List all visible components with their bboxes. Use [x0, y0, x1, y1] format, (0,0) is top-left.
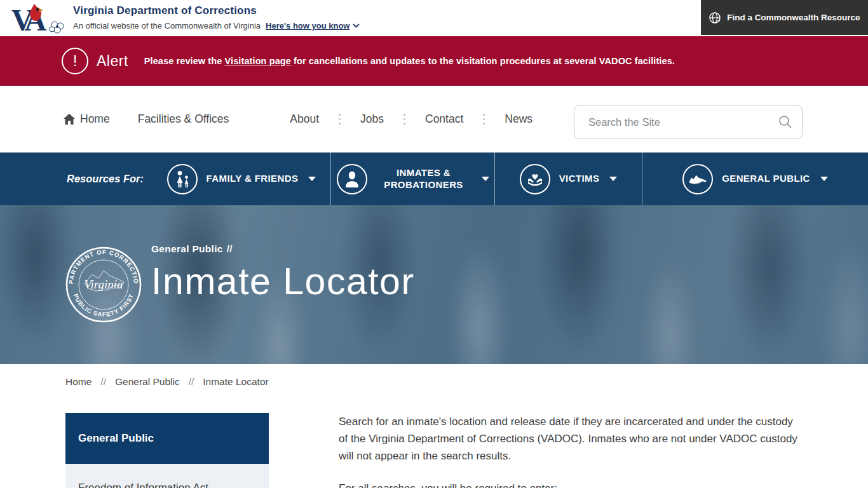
- nav-separator: [403, 114, 405, 125]
- main-content: Search for an inmate's location and rele…: [339, 413, 800, 488]
- person-icon: [337, 164, 367, 194]
- menu-label: VICTIMS: [559, 173, 600, 185]
- search-input[interactable]: [588, 116, 778, 128]
- family-icon: [167, 164, 198, 194]
- sidebar-header-general-public[interactable]: General Public: [65, 413, 269, 464]
- heres-how-you-know-link[interactable]: Here's how you know: [266, 21, 360, 30]
- breadcrumb: Home // General Public // Inmate Locator: [65, 376, 269, 388]
- sidebar-body: Freedom of Information Act: [65, 464, 269, 488]
- hero-banner: DEPARTMENT OF CORRECTIONS PUBLIC SAFETY …: [0, 205, 868, 364]
- caret-down-icon: [482, 177, 489, 181]
- menu-label: FAMILY & FRIENDS: [207, 173, 299, 185]
- resource-button-label: Find a Commonwealth Resource: [727, 13, 860, 22]
- resources-bar: Resources For: FAMILY & FRIENDS: [0, 152, 868, 205]
- caret-down-icon: [609, 177, 617, 181]
- page: VA Virginia Department of Corrections An…: [0, 0, 868, 488]
- resources-for-label: Resources For:: [67, 152, 153, 205]
- menu-general-public[interactable]: GENERAL PUBLIC: [642, 152, 868, 205]
- nav-separator: [339, 114, 341, 125]
- main-navigation: Home Facilities & Offices About Jobs Con…: [0, 86, 868, 152]
- caret-down-icon: [820, 177, 828, 181]
- nav-jobs[interactable]: Jobs: [360, 112, 384, 126]
- alert-label: Alert: [97, 53, 128, 70]
- hands-heart-icon: [520, 164, 550, 194]
- breadcrumb-home[interactable]: Home: [65, 376, 92, 388]
- menu-label: GENERAL PUBLIC: [722, 173, 810, 185]
- alert-banner: ! Alert Please review the Visitation pag…: [0, 36, 868, 86]
- vadoc-logo[interactable]: VA: [11, 2, 70, 35]
- nav-contact[interactable]: Contact: [425, 112, 463, 126]
- menu-victims[interactable]: VICTIMS: [494, 152, 642, 205]
- vadoc-seal-icon: DEPARTMENT OF CORRECTIONS PUBLIC SAFETY …: [65, 247, 142, 323]
- find-commonwealth-resource-button[interactable]: Find a Commonwealth Resource: [701, 0, 868, 35]
- svg-text:VA: VA: [11, 3, 46, 35]
- svg-text:Virginia: Virginia: [84, 278, 123, 291]
- nav-facilities-offices[interactable]: Facilities & Offices: [138, 112, 229, 126]
- top-header: VA Virginia Department of Corrections An…: [0, 0, 868, 36]
- section-sidebar: General Public Freedom of Information Ac…: [65, 413, 269, 488]
- hero-eyebrow: General Public//: [151, 243, 415, 255]
- chevron-down-icon: [353, 24, 360, 28]
- nav-news[interactable]: News: [505, 112, 532, 126]
- breadcrumb-general-public[interactable]: General Public: [115, 376, 180, 388]
- globe-icon: [709, 11, 721, 24]
- va-cardinal-logo-icon: VA: [11, 2, 70, 35]
- search-icon[interactable]: [778, 114, 793, 130]
- breadcrumb-current: Inmate Locator: [203, 376, 268, 388]
- alert-message: Please review the Visitation page for ca…: [144, 56, 675, 66]
- search-requirements-lead: For all searches, you will be required t…: [339, 480, 800, 488]
- site-search: [574, 105, 803, 139]
- menu-inmates-probationers[interactable]: INMATES & PROBATIONERS: [330, 152, 494, 205]
- site-title: Virginia Department of Corrections: [73, 4, 360, 17]
- nav-home[interactable]: Home: [64, 112, 110, 126]
- home-icon: [64, 114, 75, 125]
- caret-down-icon: [308, 177, 316, 181]
- nav-separator: [483, 114, 485, 125]
- nav-about[interactable]: About: [290, 112, 319, 126]
- sidebar-item-foia[interactable]: Freedom of Information Act: [78, 482, 269, 488]
- menu-family-friends[interactable]: FAMILY & FRIENDS: [153, 152, 330, 205]
- virginia-state-icon: [682, 164, 713, 194]
- menu-label: INMATES & PROBATIONERS: [376, 167, 471, 191]
- visitation-page-link[interactable]: Visitation page: [225, 56, 291, 66]
- official-text: An official website of the Commonwealth …: [73, 21, 261, 30]
- brand-block: Virginia Department of Corrections An of…: [73, 4, 360, 30]
- intro-paragraph: Search for an inmate's location and rele…: [339, 413, 800, 464]
- page-title: Inmate Locator: [151, 260, 415, 303]
- exclamation-circle-icon: !: [62, 48, 88, 74]
